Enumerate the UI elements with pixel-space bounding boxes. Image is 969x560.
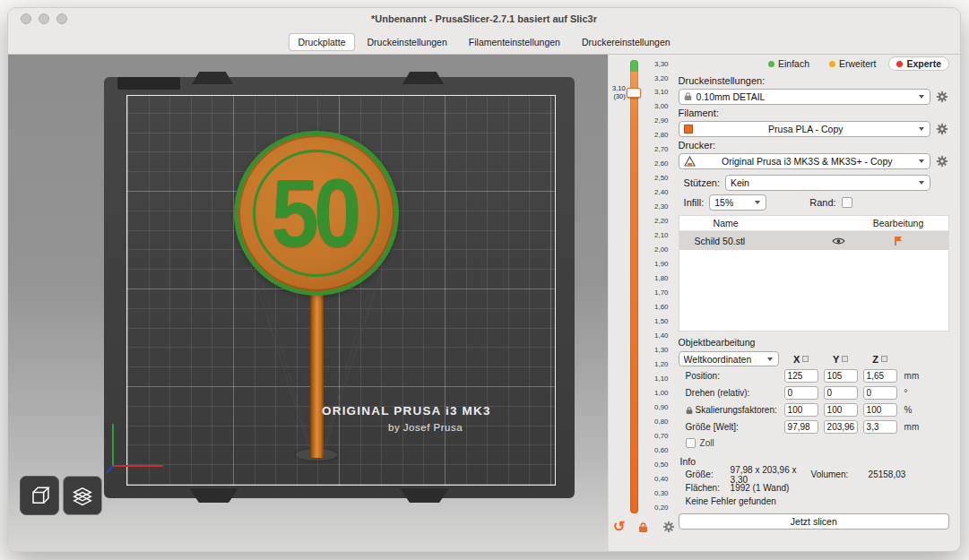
infill-value: 15% xyxy=(714,197,733,208)
size-row: Größe [Welt]: mm xyxy=(679,418,949,435)
app-window: *Unbenannt - PrusaSlicer-2.7.1 basiert a… xyxy=(7,7,961,552)
cube-icon xyxy=(27,483,52,508)
tick-label: 0,90 xyxy=(654,403,669,411)
layer-slider-current: 3,10 (30) xyxy=(609,85,626,100)
tick-label: 3,20 xyxy=(654,74,669,82)
rotate-y-input[interactable] xyxy=(824,386,858,400)
slider-lock-icon[interactable] xyxy=(636,520,651,534)
inch-label: Zoll xyxy=(700,438,714,448)
scale-x-input[interactable] xyxy=(784,403,818,417)
mode-experte[interactable]: Experte xyxy=(888,56,949,71)
axis-lock-icon[interactable] xyxy=(842,356,848,362)
bed-clip xyxy=(189,488,238,503)
bed-corner-plate xyxy=(117,77,180,90)
scale-y-input[interactable] xyxy=(824,403,858,417)
tick-label: 2,90 xyxy=(654,116,669,125)
rotation-unit: ° xyxy=(904,388,908,398)
mode-label: Einfach xyxy=(778,58,809,69)
edit-marker-icon[interactable] xyxy=(848,236,948,246)
eye-icon[interactable] xyxy=(828,237,848,246)
mode-einfach[interactable]: Einfach xyxy=(761,57,817,70)
axis-lock-icon[interactable] xyxy=(881,356,887,362)
chevron-down-icon xyxy=(767,358,773,361)
tick-label: 1,10 xyxy=(654,375,669,383)
info-errors: Keine Fehler gefunden xyxy=(686,496,776,506)
position-label: Position: xyxy=(679,371,784,381)
tab-filamenteinstellungen[interactable]: Filamenteinstellungen xyxy=(460,33,569,51)
layer-tick-labels: 3,303,203,103,002,902,802,702,602,502,40… xyxy=(645,55,671,552)
column-header-name: Name xyxy=(679,218,848,228)
print-settings-gear-icon[interactable] xyxy=(934,89,949,104)
tick-label: 0,40 xyxy=(654,475,669,483)
chevron-down-icon xyxy=(919,127,924,131)
info-volume-label: Volumen: xyxy=(811,470,861,479)
size-z-input[interactable] xyxy=(863,420,897,434)
brim-checkbox[interactable] xyxy=(842,197,852,208)
scale-z-input[interactable] xyxy=(863,403,897,417)
size-x-input[interactable] xyxy=(784,420,818,434)
rotate-x-input[interactable] xyxy=(784,386,818,400)
tab-druckplatte[interactable]: Druckplatte xyxy=(289,33,354,51)
coordinate-system-combobox[interactable]: Weltkoordinaten xyxy=(679,351,779,366)
model-sign-pole[interactable] xyxy=(310,279,324,458)
printer-gear-icon[interactable] xyxy=(934,153,949,168)
coordinate-system-value: Weltkoordinaten xyxy=(684,354,752,365)
filament-combobox[interactable]: Prusa PLA - Copy xyxy=(679,121,930,137)
print-settings-value: 0.10mm DETAIL xyxy=(696,91,766,102)
slice-now-button[interactable]: Jetzt slicen xyxy=(679,513,949,530)
tick-label: 3,00 xyxy=(654,102,669,110)
tick-label: 0,60 xyxy=(654,446,669,454)
printer-combobox[interactable]: Original Prusa i3 MK3S & MK3S+ - Copy xyxy=(679,153,930,169)
chevron-down-icon xyxy=(919,181,924,185)
size-unit: mm xyxy=(904,422,920,432)
rotate-z-input[interactable] xyxy=(863,386,897,400)
mode-erweitert[interactable]: Erweitert xyxy=(822,57,883,70)
tab-druckeinstellungen[interactable]: Druckeinstellungen xyxy=(359,33,456,51)
scale-label: Skalierungsfaktoren: xyxy=(679,405,784,415)
info-title: Info xyxy=(679,455,949,468)
tick-label: 1,00 xyxy=(654,389,669,397)
axis-header-x: X xyxy=(784,354,818,365)
layer-current-count: (30) xyxy=(609,93,626,101)
scale-unit: % xyxy=(904,405,913,415)
infill-row: Infill: 15% Rand: xyxy=(679,194,949,211)
infill-combobox[interactable]: 15% xyxy=(709,194,766,211)
tick-label: 2,40 xyxy=(654,188,669,196)
position-x-input[interactable] xyxy=(784,369,818,383)
supports-combobox[interactable]: Kein xyxy=(725,175,930,191)
preview-view-button[interactable] xyxy=(63,476,102,515)
print-settings-label: Druckeinstellungen: xyxy=(679,75,949,87)
tick-label: 2,70 xyxy=(654,145,669,153)
layer-slider-track[interactable] xyxy=(630,60,638,513)
editor-view-button[interactable] xyxy=(20,476,59,515)
print-settings-combobox[interactable]: 0.10mm DETAIL xyxy=(679,89,930,105)
slider-settings-gear-icon[interactable] xyxy=(662,520,676,534)
model-sign-circle[interactable]: 50 xyxy=(234,131,399,296)
printer-value: Original Prusa i3 MK3S & MK3S+ - Copy xyxy=(700,156,914,167)
tick-label: 2,30 xyxy=(654,202,669,211)
object-name: Schild 50.stl xyxy=(679,236,828,246)
position-z-input[interactable] xyxy=(863,369,897,383)
print-settings-row: 0.10mm DETAIL xyxy=(679,88,949,105)
axis-header-z: Z xyxy=(863,354,897,365)
undo-icon[interactable]: ↺ xyxy=(612,520,627,534)
mode-dot-red xyxy=(896,61,903,67)
layers-icon xyxy=(70,483,95,508)
layer-slider-handle[interactable] xyxy=(627,88,641,98)
mode-switcher: Einfach Erweitert Experte xyxy=(679,56,949,71)
tick-label: 1,40 xyxy=(654,332,669,340)
tick-label: 2,50 xyxy=(654,174,669,182)
info-facets-line: Flächen: 1992 (1 Wand) xyxy=(679,481,949,495)
3d-viewport[interactable]: 50 ORIGINAL PRUSA i3 MK3 by Josef Prusa xyxy=(8,55,608,552)
position-y-input[interactable] xyxy=(824,369,858,383)
tab-druckereinstellungen[interactable]: Druckereinstellungen xyxy=(573,33,679,51)
manipulation-title: Objektbearbeitung xyxy=(679,336,949,349)
object-list-row[interactable]: Schild 50.stl xyxy=(679,231,948,250)
axis-lock-icon[interactable] xyxy=(802,356,809,362)
chevron-down-icon xyxy=(919,95,924,99)
filament-gear-icon[interactable] xyxy=(934,121,949,136)
tick-label: 1,50 xyxy=(654,317,669,325)
size-y-input[interactable] xyxy=(824,420,858,434)
inch-checkbox[interactable] xyxy=(686,438,696,448)
supports-row: Stützen: Kein xyxy=(679,174,930,191)
